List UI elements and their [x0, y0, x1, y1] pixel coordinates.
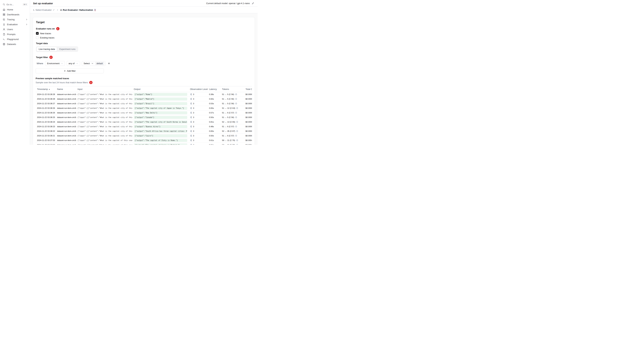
- cell-timestamp: 2024-11-22 03:37:02: [36, 143, 56, 145]
- breadcrumb-step-select-evaluator[interactable]: 1. Select Evaluator: [33, 9, 55, 11]
- breadcrumb-step1-label: 1. Select Evaluator: [33, 9, 52, 11]
- sidebar-item-evaluation[interactable]: Evaluation: [0, 22, 30, 27]
- goto-search[interactable]: Go to... ⌘ K: [0, 2, 30, 7]
- observation-tree-icon: [190, 130, 192, 132]
- checkbox-label: New traces: [40, 32, 51, 35]
- plus-icon: [64, 70, 66, 72]
- observation-level-count: 3: [193, 107, 194, 109]
- table-row[interactable]: 2024-11-22 03:37:02 dataset-run-item-cm3…: [36, 143, 252, 145]
- info-icon[interactable]: [236, 130, 238, 132]
- table-row[interactable]: 2024-11-22 03:37:03 dataset-run-item-cm3…: [36, 138, 252, 143]
- column-header-total-cost[interactable]: Total Cost: [244, 86, 252, 92]
- sidebar-item-datasets[interactable]: Datasets: [0, 42, 30, 47]
- info-icon[interactable]: [235, 112, 237, 114]
- sidebar-item-tracing[interactable]: Tracing: [0, 17, 30, 22]
- edit-default-model-button[interactable]: [251, 2, 254, 5]
- cell-total-cost: $0.000011: [244, 101, 252, 106]
- filter-value-placeholder: Select: [84, 62, 90, 65]
- observation-tree-icon: [190, 102, 192, 104]
- tab-live-tracing-data[interactable]: Live tracing data: [36, 47, 57, 51]
- output-highlight: {"output":"The capital city of South Kor…: [134, 121, 187, 123]
- sidebar-item-users[interactable]: Users: [0, 27, 30, 32]
- sidebar-item-playground[interactable]: Playground: [0, 37, 30, 42]
- table-row[interactable]: 2024-11-22 03:38:28 dataset-run-item-cm3…: [36, 92, 252, 97]
- checkbox-existing-traces[interactable]: Existing traces: [36, 36, 252, 39]
- info-icon[interactable]: [235, 125, 237, 127]
- filter-column-select[interactable]: Environment: [45, 61, 65, 66]
- cell-total-cost: $0.000029: [244, 129, 252, 133]
- cell-timestamp: 2024-11-22 03:38:26: [36, 110, 56, 115]
- info-icon[interactable]: [236, 107, 238, 109]
- info-icon[interactable]: [236, 139, 238, 141]
- observation-tree-icon: [190, 107, 192, 109]
- cell-output: {"output":"Brazil"}: [132, 101, 188, 106]
- chevron-right-icon: [26, 18, 28, 20]
- sort-desc-icon: ▼: [49, 89, 50, 90]
- tab-experiment-runs[interactable]: Experiment runs: [57, 47, 78, 51]
- column-header-timestamp[interactable]: Timestamp▼: [36, 86, 56, 92]
- table-header-row: Timestamp▼NameInputOutputObservation Lev…: [36, 86, 252, 92]
- sidebar-item-prompts[interactable]: Prompts: [0, 32, 30, 37]
- column-header-observation-levels[interactable]: Observation Levels: [188, 86, 208, 92]
- observation-level-count: 3: [193, 116, 194, 118]
- token-usage: 59 → 11 (Σ 70): [222, 139, 235, 141]
- observation-level-count: 3: [193, 102, 194, 104]
- column-header-tokens[interactable]: Tokens: [221, 86, 244, 92]
- table-row[interactable]: 2024-11-22 03:38:24 dataset-run-item-cm3…: [36, 120, 252, 124]
- playground-icon: [3, 38, 5, 40]
- add-filter-button[interactable]: Add filter: [36, 68, 104, 73]
- target-filter-label: Target filter: [36, 56, 48, 58]
- sidebar-item-dashboards[interactable]: Dashboards: [0, 12, 30, 17]
- info-icon[interactable]: [236, 144, 238, 145]
- info-icon[interactable]: [235, 98, 237, 100]
- column-header-name[interactable]: Name: [56, 86, 76, 92]
- info-icon[interactable]: [235, 102, 237, 104]
- cell-latency: 0.48s: [208, 124, 221, 129]
- table-row[interactable]: 2024-11-22 03:38:28 dataset-run-item-cm3…: [36, 97, 252, 101]
- filter-value-select[interactable]: Select default: [82, 61, 106, 66]
- chevron-down-icon: [91, 62, 94, 65]
- info-icon[interactable]: [236, 121, 238, 123]
- cell-latency: 0.57s: [208, 110, 221, 115]
- cell-total-cost: $0.000011: [244, 115, 252, 120]
- cell-observation-levels: 3: [188, 115, 208, 120]
- cell-input: {"input":[{"content":"What is the capita…: [76, 129, 132, 133]
- output-highlight: {"output":"Buenos Aires"}: [134, 125, 187, 128]
- checkbox-new-traces[interactable]: New traces: [36, 32, 252, 35]
- cell-total-cost: $0.000011: [244, 97, 252, 101]
- column-header-latency[interactable]: Latency: [208, 86, 221, 92]
- cell-latency: 0.50s: [208, 133, 221, 138]
- info-icon[interactable]: [235, 116, 237, 118]
- table-row[interactable]: 2024-11-22 03:38:22 dataset-run-item-cm3…: [36, 129, 252, 133]
- cell-output: {"output":"Buenos Aires"}: [132, 124, 188, 129]
- table-row[interactable]: 2024-11-22 03:38:26 dataset-run-item-cm3…: [36, 110, 252, 115]
- column-header-input[interactable]: Input: [76, 86, 132, 92]
- sidebar-item-home[interactable]: Home: [0, 7, 30, 12]
- info-icon[interactable]: [235, 135, 237, 137]
- checkbox[interactable]: [36, 36, 39, 39]
- cell-output: {"output":"Canada"}: [132, 115, 188, 120]
- column-header-output[interactable]: Output: [132, 86, 188, 92]
- filter-operator-select[interactable]: any of: [66, 61, 80, 66]
- checkbox[interactable]: [36, 32, 39, 35]
- cell-input: {"input":[{"content":"What is the capita…: [76, 143, 132, 145]
- table-row[interactable]: 2024-11-22 03:38:23 dataset-run-item-cm3…: [36, 124, 252, 129]
- cell-timestamp: 2024-11-22 03:38:23: [36, 124, 56, 129]
- chevron-down-icon: [76, 62, 78, 64]
- table-row[interactable]: 2024-11-22 03:38:27 dataset-run-item-cm3…: [36, 101, 252, 106]
- info-icon[interactable]: [235, 93, 237, 95]
- table-row[interactable]: 2024-11-22 03:38:25 dataset-run-item-cm3…: [36, 115, 252, 120]
- filter-value-chip[interactable]: default: [95, 62, 104, 65]
- cell-output: {"output":"Rome"}: [132, 92, 188, 97]
- cell-output: {"output":"South Africa has three capita…: [132, 129, 188, 133]
- observation-level-count: 3: [193, 112, 194, 114]
- main-area: Set up evaluator Current default model: …: [30, 0, 258, 145]
- sidebar-item-label: Datasets: [7, 43, 16, 45]
- step-badge-3: 3: [89, 81, 92, 84]
- breadcrumb-step-run-evaluator: 2. Run Evaluator: Hallucination 🪢: [60, 9, 96, 11]
- table-row[interactable]: 2024-11-22 03:38:21 dataset-run-item-cm3…: [36, 133, 252, 138]
- dashboards-icon: [3, 13, 5, 16]
- remove-filter-button[interactable]: [107, 62, 111, 65]
- table-row[interactable]: 2024-11-22 03:38:26 dataset-run-item-cm3…: [36, 106, 252, 110]
- add-filter-label: Add filter: [67, 70, 76, 72]
